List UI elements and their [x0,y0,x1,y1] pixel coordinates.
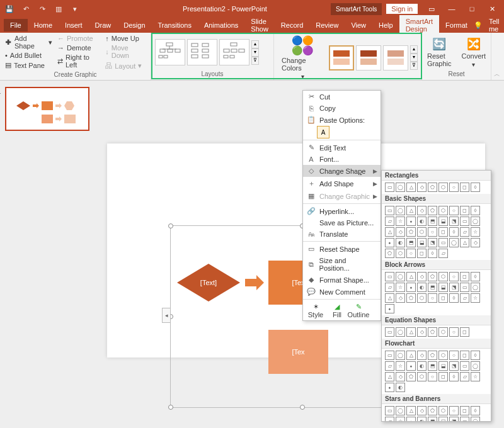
shape-option[interactable]: ▭ [385,406,394,415]
shape-option[interactable]: ⬡ [417,372,427,381]
shape-option[interactable]: △ [385,227,394,237]
shape-option[interactable]: ◊ [471,406,480,415]
undo-icon[interactable]: ↶ [19,2,33,16]
text-pane-toggle[interactable]: ◂ [162,308,171,323]
shape-option[interactable]: ⬒ [406,238,416,247]
shape-option[interactable]: ◯ [471,283,480,292]
shape-option[interactable]: ◯ [471,217,480,226]
shape-option[interactable]: ▭ [385,272,394,281]
shape-option[interactable]: △ [406,351,416,360]
shape-option[interactable]: ⬠ [385,249,394,258]
shape-option[interactable]: ▱ [460,372,469,381]
shape-option[interactable]: ⬓ [417,238,427,247]
collapse-ribbon-icon[interactable]: ︿ [494,70,500,79]
ctx-font[interactable]: AFont... [303,154,381,165]
shape-option[interactable]: ▭ [460,283,469,292]
shape-option[interactable]: ◐ [417,283,427,292]
shape-option[interactable]: ◐ [417,361,427,371]
shape-option[interactable]: ▱ [385,283,394,292]
shape-option[interactable]: ☆ [396,417,405,422]
shape-option[interactable]: ○ [449,406,459,415]
demote-button[interactable]: → Demote [56,43,101,52]
shape-option[interactable]: ⬠ [428,206,437,215]
shape-option[interactable]: ◇ [396,293,405,303]
qat-more-icon[interactable]: ▾ [68,2,82,16]
shape-option[interactable]: ▭ [385,183,394,192]
start-from-beginning-icon[interactable]: ▥ [52,2,66,16]
shape-option[interactable]: ▭ [460,417,469,422]
shape-option[interactable]: ⬡ [438,183,448,192]
mini-style-button[interactable]: ✶Style [307,303,324,318]
shape-option[interactable]: ◊ [449,227,459,237]
shape-option[interactable]: ⬡ [396,249,405,258]
shape-option[interactable]: ⬔ [449,417,459,422]
shape-option[interactable]: ⬥ [385,383,394,392]
shape-option[interactable]: ◇ [396,227,405,237]
shape-option[interactable]: ▭ [460,217,469,226]
shape-option[interactable]: ⬒ [428,217,437,226]
change-colors-button[interactable]: 🔵🟠🟢🟣 Change Colors ▾ [278,34,327,81]
add-bullet-button[interactable]: • Add Bullet [4,51,54,60]
shape-option[interactable]: ◐ [396,238,405,247]
sign-in-button[interactable]: Sign in [386,3,418,14]
shape-option[interactable]: ◊ [471,206,480,215]
shape-option[interactable]: ⬡ [438,327,448,337]
ctx-cut[interactable]: ✂Cut [303,91,381,103]
shape-option[interactable]: ◻ [460,183,469,192]
shape-option[interactable]: ▭ [438,238,448,247]
shape-option[interactable]: ▱ [460,227,469,237]
shape-option[interactable]: ⬔ [449,361,459,371]
shape-option[interactable]: ◇ [471,238,480,247]
shape-option[interactable]: ◇ [417,183,427,192]
shape-option[interactable]: △ [460,238,469,247]
shape-option[interactable]: ○ [449,327,459,337]
shape-option[interactable]: ◯ [396,406,405,415]
shape-option[interactable]: ⬡ [438,206,448,215]
shape-option[interactable]: ⬡ [417,227,427,237]
shape-option[interactable]: ◯ [396,272,405,281]
redo-icon[interactable]: ↷ [35,2,49,16]
shape-option[interactable]: ☆ [396,283,405,292]
ctx-add-shape[interactable]: ＋Add Shape▶ [303,177,381,190]
shape-option[interactable]: ◊ [471,272,480,281]
styles-more[interactable]: ⊽ [410,62,418,70]
shape-option[interactable]: ◊ [471,183,480,192]
shape-option[interactable]: ☆ [396,361,405,371]
styles-scroll-down[interactable]: ▾ [410,54,418,62]
shape-option[interactable]: ⬓ [438,217,448,226]
shape-option[interactable]: ⬡ [417,293,427,303]
mini-fill-button[interactable]: ◢Fill [328,303,346,318]
shape-option[interactable]: △ [406,183,416,192]
minimize-icon[interactable]: — [442,2,461,16]
tab-review[interactable]: Review [309,19,345,31]
text-pane-button[interactable]: ▤ Text Pane [4,60,54,70]
smartart-node-diamond[interactable]: [Text] [177,264,240,301]
shape-option[interactable]: ◐ [417,417,427,422]
shape-option[interactable]: ◯ [396,351,405,360]
shape-option[interactable]: ◇ [417,206,427,215]
tab-record[interactable]: Record [275,19,309,31]
layout-option-1[interactable] [155,39,185,65]
shape-option[interactable]: ○ [449,272,459,281]
shape-option[interactable]: ○ [449,206,459,215]
shape-option[interactable]: ◯ [396,183,405,192]
shape-option[interactable]: ⬠ [406,293,416,303]
shape-option[interactable]: ⬥ [385,304,394,313]
shape-option[interactable]: ◇ [417,406,427,415]
shape-option[interactable]: ○ [449,351,459,360]
shape-option[interactable]: ⬡ [438,351,448,360]
shape-option[interactable]: ○ [449,183,459,192]
reset-graphic-button[interactable]: 🔄Reset Graphic [423,36,455,69]
shape-option[interactable]: ▭ [385,351,394,360]
shape-option[interactable]: ◇ [417,272,427,281]
shape-option[interactable]: △ [406,272,416,281]
shape-option[interactable]: ◻ [460,327,469,337]
shape-option[interactable]: ◯ [449,238,459,247]
convert-button[interactable]: 🔀Convert ▾ [458,36,490,69]
shape-option[interactable]: ◯ [471,361,480,371]
tab-format[interactable]: Format [439,19,474,31]
shape-option[interactable]: ▱ [385,417,394,422]
shape-option[interactable]: ◻ [460,272,469,281]
layout-option-2[interactable] [187,39,217,65]
ctx-size-position[interactable]: ⧉Size and Position... [303,255,381,274]
